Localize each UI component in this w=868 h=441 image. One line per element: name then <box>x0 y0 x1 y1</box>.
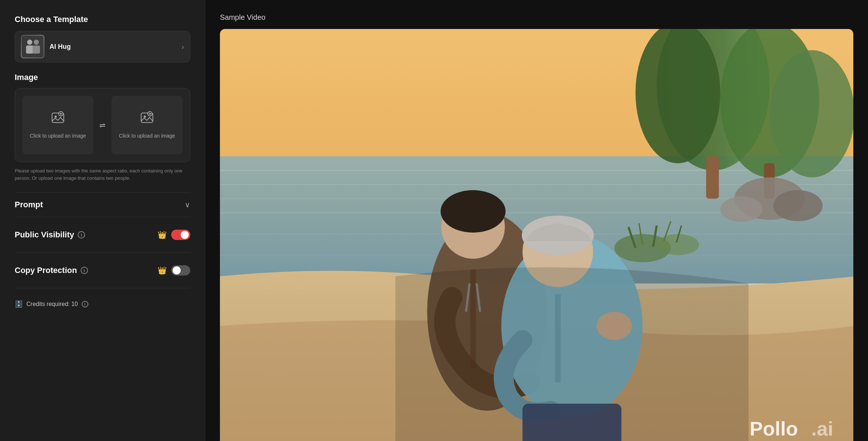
choose-template-title: Choose a Template <box>15 15 190 24</box>
public-visibility-label: Public Visibility <box>15 230 74 240</box>
public-visibility-info-icon[interactable]: i <box>78 231 85 238</box>
public-visibility-toggle-right: 👑 <box>158 230 190 240</box>
copy-protection-info-icon[interactable]: i <box>81 267 88 274</box>
public-visibility-row: Public Visibility i 👑 <box>15 227 190 242</box>
prompt-chevron-down-icon: ∨ <box>185 200 190 209</box>
svg-text:.ai: .ai <box>811 418 833 440</box>
upload-icon-2 <box>140 111 154 129</box>
credits-row: 🗄️ Credits required: 10 i <box>15 300 190 308</box>
upload-box-2[interactable]: Click to upload an image <box>111 96 183 154</box>
public-visibility-knob <box>181 231 189 239</box>
svg-point-41 <box>441 190 505 233</box>
copy-protection-label-group: Copy Protection i <box>15 266 88 275</box>
copy-protection-knob <box>173 266 181 274</box>
upload-text-1: Click to upload an image <box>30 132 86 140</box>
prompt-section: Prompt ∨ <box>15 192 190 217</box>
svg-rect-27 <box>706 156 719 199</box>
svg-text:Pollo: Pollo <box>750 418 798 440</box>
divider-4 <box>15 288 190 288</box>
swap-icon: ⇌ <box>99 121 106 130</box>
credits-text: Credits required: 10 <box>26 301 78 307</box>
template-selector[interactable]: AI Hug › <box>15 31 190 62</box>
svg-point-30 <box>773 190 823 221</box>
svg-point-6 <box>55 116 57 118</box>
svg-point-31 <box>720 197 763 222</box>
image-hint: Please upload two images with the same a… <box>15 167 190 182</box>
template-info: AI Hug <box>21 35 71 58</box>
copy-protection-toggle-right: 👑 <box>158 265 190 276</box>
svg-point-25 <box>770 50 853 178</box>
upload-svg-2 <box>140 111 154 125</box>
prompt-row[interactable]: Prompt ∨ <box>15 198 190 211</box>
svg-point-1 <box>27 40 32 45</box>
video-container: Pollo .ai Pollo.ai <box>220 29 853 441</box>
template-name: AI Hug <box>49 43 71 51</box>
public-visibility-toggle[interactable] <box>171 230 190 240</box>
credits-info-icon[interactable]: i <box>82 301 88 307</box>
copy-protection-row: Copy Protection i 👑 <box>15 263 190 278</box>
template-thumb-image <box>21 35 44 58</box>
crown-icon-copy: 👑 <box>158 266 167 275</box>
upload-svg-1 <box>51 111 65 125</box>
right-panel: Sample Video <box>205 0 868 441</box>
prompt-label: Prompt <box>15 200 43 209</box>
svg-rect-4 <box>33 45 40 54</box>
upload-icon-1 <box>51 111 65 129</box>
credits-stack-icon: 🗄️ <box>15 300 23 308</box>
public-visibility-label-group: Public Visibility i <box>15 230 85 240</box>
divider-3 <box>15 252 190 253</box>
template-chevron-right-icon: › <box>181 43 184 51</box>
image-section: Image Click to upload an image ⇌ <box>15 73 190 182</box>
svg-point-11 <box>144 116 146 118</box>
svg-point-3 <box>34 40 39 45</box>
image-section-title: Image <box>15 73 190 82</box>
divider-2 <box>15 217 190 217</box>
copy-protection-toggle[interactable] <box>171 265 190 276</box>
upload-text-2: Click to upload an image <box>119 132 175 140</box>
template-thumbnail <box>21 35 44 58</box>
image-upload-container: Click to upload an image ⇌ Click to uplo… <box>15 88 190 162</box>
svg-rect-2 <box>26 45 33 54</box>
left-panel: Choose a Template A <box>0 0 205 441</box>
choose-template-section: Choose a Template A <box>15 15 190 62</box>
sample-video-label: Sample Video <box>220 13 853 22</box>
copy-protection-label: Copy Protection <box>15 266 77 275</box>
hug-scene-svg: Pollo .ai <box>220 29 853 441</box>
template-thumb-svg <box>22 36 44 58</box>
crown-icon-visibility: 👑 <box>158 230 167 239</box>
upload-box-1[interactable]: Click to upload an image <box>22 96 93 154</box>
